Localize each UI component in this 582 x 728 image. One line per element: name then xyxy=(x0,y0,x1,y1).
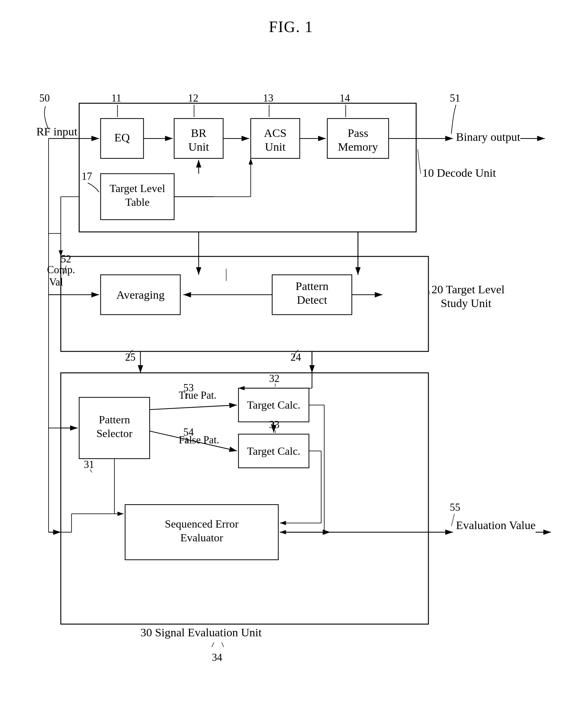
comp-val-label2: Val xyxy=(49,276,63,288)
signal-evaluation-unit-label: 30 Signal Evaluation Unit xyxy=(140,626,262,639)
num-33: 33 xyxy=(269,419,280,431)
num-32: 32 xyxy=(269,373,280,384)
pass-memory-label: Pass xyxy=(347,126,368,139)
comp-val-label: Comp. xyxy=(47,264,75,276)
num-11: 11 xyxy=(111,92,121,104)
num-55: 55 xyxy=(450,501,460,513)
acs-unit-label2: Unit xyxy=(265,140,286,153)
averaging-label: Averaging xyxy=(116,288,164,301)
sequenced-error-evaluator-label2: Evaluator xyxy=(180,531,223,544)
num-34: 34 xyxy=(212,652,222,663)
num-50: 50 xyxy=(39,92,50,104)
num-31: 31 xyxy=(84,459,94,470)
eq-label: EQ xyxy=(114,131,130,144)
figure-title: FIG. 1 xyxy=(0,0,582,36)
target-level-table-label: Target Level xyxy=(110,182,165,194)
pattern-selector-label: Pattern xyxy=(99,413,130,426)
num-51: 51 xyxy=(450,92,460,104)
target-level-study-unit-label: 20 Target Level xyxy=(431,283,504,296)
acs-unit-label: ACS xyxy=(264,126,287,139)
pass-memory-label2: Memory xyxy=(338,140,378,153)
target-level-table-label2: Table xyxy=(125,196,150,208)
target-calc-true-label: Target Calc. xyxy=(247,399,300,411)
sequenced-error-evaluator-label: Sequenced Error xyxy=(165,518,238,530)
num-14: 14 xyxy=(340,92,350,104)
br-unit-label: BR xyxy=(191,126,206,139)
num-53: 53 xyxy=(183,382,194,394)
num-12: 12 xyxy=(188,92,198,104)
num-54: 54 xyxy=(183,426,194,438)
pattern-selector-label2: Selector xyxy=(97,427,133,440)
num-17: 17 xyxy=(82,171,92,182)
diagram-container: EQ BR Unit ACS Unit Pass Memory Target L… xyxy=(24,42,557,716)
target-calc-false-label: Target Calc. xyxy=(247,445,300,457)
pattern-detect-label2: Detect xyxy=(297,293,327,306)
num-13: 13 xyxy=(263,92,273,104)
decode-unit-label: 10 Decode Unit xyxy=(422,166,496,179)
num-52: 52 xyxy=(61,253,71,265)
target-level-study-unit-label2: Study Unit xyxy=(441,296,492,310)
pattern-detect-label: Pattern xyxy=(296,280,328,292)
br-unit-label2: Unit xyxy=(188,140,209,153)
binary-output-label: Binary output xyxy=(456,130,520,143)
evaluation-value-label: Evaluation Value xyxy=(456,519,535,531)
rf-input-label: RF input xyxy=(36,125,77,138)
